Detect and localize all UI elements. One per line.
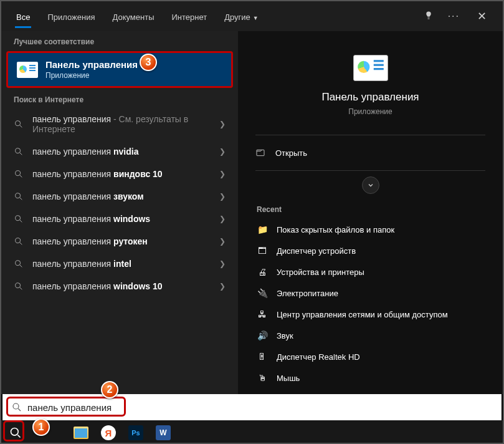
search-icon [14, 281, 24, 291]
svg-point-6 [16, 193, 21, 198]
tab-apps[interactable]: Приложения [39, 5, 103, 28]
suggestion-item[interactable]: панель управления звуком❯ [1, 185, 238, 208]
recent-label: Электропитание [277, 289, 338, 298]
search-icon [14, 147, 24, 157]
suggestion-item[interactable]: панель управления windows❯ [1, 208, 238, 230]
search-icon [14, 214, 24, 224]
taskbar-explorer-icon[interactable] [74, 427, 88, 439]
recent-item[interactable]: 🖧Центр управления сетями и общим доступо… [238, 304, 503, 325]
recent-item[interactable]: 📁Показ скрытых файлов и папок [238, 219, 503, 240]
chevron-right-icon: ❯ [219, 120, 226, 128]
tab-docs[interactable]: Документы [103, 5, 163, 28]
recent-item[interactable]: 🖱Мышь [238, 367, 503, 388]
recent-item[interactable]: 🔊Звук [238, 325, 503, 346]
tab-other[interactable]: Другие▼ [216, 5, 267, 28]
suggestion-text: панель управления windows [32, 214, 219, 224]
preview-column: Панель управления Приложение Открыть Rec… [238, 31, 503, 394]
taskbar-word-icon[interactable]: W [156, 425, 171, 440]
svg-point-10 [16, 238, 21, 243]
svg-line-11 [20, 243, 22, 244]
taskbar-yandex-icon[interactable]: Я [101, 425, 116, 440]
chevron-right-icon: ❯ [219, 147, 226, 156]
suggestion-item[interactable]: панель управления рутокен❯ [1, 230, 238, 253]
chevron-right-icon: ❯ [219, 170, 226, 178]
network-icon: 🖧 [257, 309, 268, 320]
power-icon: 🔌 [257, 287, 268, 299]
svg-line-13 [20, 265, 22, 267]
suggestion-text: панель управления звуком [32, 191, 219, 201]
chevron-right-icon: ❯ [219, 192, 226, 201]
suggestion-text: панель управления windows 10 [32, 281, 219, 291]
expand-icon[interactable] [362, 176, 379, 194]
suggestion-text: панель управления intel [32, 259, 219, 269]
best-match-header: Лучшее соответствие [1, 31, 238, 50]
printer-icon: 🖨 [257, 266, 268, 278]
folder-icon: 📁 [257, 224, 268, 235]
taskbar: Я Ps W [1, 420, 503, 444]
open-icon [255, 148, 265, 158]
control-panel-icon [17, 62, 38, 78]
more-icon[interactable]: ··· [448, 11, 460, 22]
recent-item[interactable]: 🖨Устройства и принтеры [238, 261, 503, 282]
svg-line-5 [20, 175, 22, 177]
mouse-icon: 🖱 [257, 372, 268, 384]
chevron-right-icon: ❯ [219, 259, 226, 268]
suggestion-text: панель управления nvidia [32, 147, 219, 157]
tab-internet[interactable]: Интернет [163, 5, 216, 28]
svg-line-1 [20, 125, 22, 127]
recent-label: Диспетчер устройств [277, 246, 356, 256]
suggestion-item[interactable]: панель управления виндовс 10❯ [1, 163, 238, 185]
recent-label: Звук [277, 331, 293, 340]
chevron-right-icon: ❯ [219, 282, 226, 291]
search-icon [14, 119, 24, 129]
suggestion-item[interactable]: панель управления intel❯ [1, 253, 238, 275]
recent-label: Показ скрытых файлов и папок [277, 225, 394, 234]
preview-title: Панель управления [250, 91, 490, 104]
best-match-subtitle: Приложение [45, 71, 138, 80]
search-icon [14, 236, 24, 246]
annotation-badge-1: 1 [32, 418, 50, 436]
web-search-header: Поиск в Интернете [1, 89, 238, 108]
search-icon [14, 259, 24, 269]
svg-line-9 [20, 220, 22, 222]
svg-point-8 [16, 216, 21, 221]
recent-label: Центр управления сетями и общим доступом [277, 310, 448, 319]
recent-item[interactable]: 🗔Диспетчер устройств [238, 240, 503, 261]
task-manager-icon: 🗔 [257, 245, 268, 256]
recent-header: Recent [238, 194, 503, 219]
chevron-right-icon: ❯ [219, 215, 226, 223]
best-match-title: Панель управления [45, 59, 138, 70]
close-icon[interactable]: ✕ [473, 9, 490, 23]
suggestion-text: панель управления - См. результаты в Инт… [32, 114, 219, 134]
recent-label: Диспетчер Realtek HD [277, 352, 360, 362]
open-action[interactable]: Открыть [238, 142, 503, 164]
svg-point-2 [16, 148, 21, 153]
svg-line-7 [20, 198, 22, 200]
search-bar[interactable] [2, 394, 502, 420]
feedback-icon[interactable] [423, 11, 434, 22]
recent-item[interactable]: 🎚Диспетчер Realtek HD [238, 346, 503, 367]
svg-point-14 [16, 283, 21, 288]
chevron-right-icon: ❯ [219, 237, 226, 246]
suggestion-text: панель управления рутокен [32, 236, 219, 246]
suggestion-item[interactable]: панель управления nvidia❯ [1, 140, 238, 163]
recent-label: Мышь [277, 374, 300, 383]
search-icon [14, 169, 24, 179]
best-match-item[interactable]: Панель управления Приложение [6, 51, 233, 88]
svg-point-0 [16, 121, 21, 126]
recent-label: Устройства и принтеры [277, 268, 364, 277]
recent-item[interactable]: 🔌Электропитание [238, 282, 503, 304]
suggestion-item[interactable]: панель управления - См. результаты в Инт… [1, 108, 238, 140]
svg-rect-16 [257, 150, 264, 155]
tab-all[interactable]: Все [7, 5, 39, 28]
svg-point-12 [16, 261, 21, 266]
suggestion-text: панель управления виндовс 10 [32, 169, 219, 179]
svg-line-15 [20, 287, 22, 289]
search-panel: Все Приложения Документы Интернет Другие… [1, 1, 503, 394]
svg-point-4 [16, 171, 21, 176]
suggestion-item[interactable]: панель управления windows 10❯ [1, 275, 238, 297]
taskbar-photoshop-icon[interactable]: Ps [128, 425, 143, 440]
preview-subtitle: Приложение [250, 107, 490, 116]
taskbar-search-icon[interactable] [7, 425, 24, 441]
results-column: Лучшее соответствие Панель управления Пр… [1, 31, 238, 394]
